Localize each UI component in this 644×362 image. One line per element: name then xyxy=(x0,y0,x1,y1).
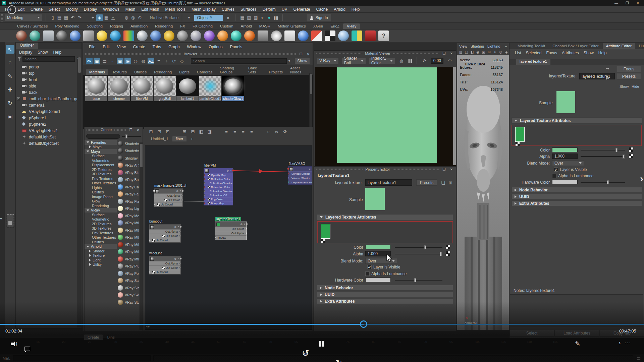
outliner-item[interactable]: + front xyxy=(16,76,82,83)
collapsed-section-bar[interactable]: Extra Attributes xyxy=(512,200,642,206)
node-port-row[interactable]: Out Alpha xyxy=(215,231,247,235)
dock-tab[interactable]: Human IK xyxy=(636,43,644,49)
menu-item[interactable]: Modify xyxy=(63,6,80,13)
menu-item[interactable]: Edit Mesh xyxy=(138,6,162,13)
layer-delete-icon[interactable] xyxy=(321,239,325,243)
create-node-item[interactable]: Shaderfx xyxy=(117,140,139,147)
node-port-row[interactable]: Reflection Color xyxy=(204,177,233,181)
node-port-row[interactable]: Displacement Sha xyxy=(288,180,312,184)
shelf-tool-icon[interactable] xyxy=(16,31,27,41)
port-dot[interactable] xyxy=(179,226,182,228)
field-dropdown-icon[interactable]: ▼ xyxy=(185,14,192,21)
browser-tab[interactable]: Bake Sets xyxy=(245,65,265,75)
material-swatch[interactable]: particleCloud1 xyxy=(199,76,221,101)
browser-toolbar-icon[interactable]: ▤ xyxy=(101,58,108,64)
menu-item[interactable]: Help xyxy=(348,6,363,13)
comments-icon[interactable] xyxy=(24,347,30,351)
port-dot[interactable] xyxy=(181,194,182,197)
node-editor-toolbar-icon[interactable]: ≡ xyxy=(240,128,247,135)
close-panel-icon[interactable]: ✕ xyxy=(449,168,454,171)
collapsed-section-bar[interactable]: UUID xyxy=(317,292,453,297)
port-dot[interactable] xyxy=(204,178,205,180)
menu-item[interactable]: Display xyxy=(81,6,100,13)
port-dot[interactable] xyxy=(288,177,289,179)
create-node-item[interactable]: VRay Bler xyxy=(117,169,139,176)
node-editor-tab[interactable]: fiber xyxy=(172,136,186,141)
create-bottom-tab[interactable]: Create xyxy=(84,335,103,340)
hide-label[interactable]: Hide xyxy=(632,84,639,88)
presets-button[interactable]: Presets xyxy=(416,179,437,186)
show-button[interactable]: Show xyxy=(294,58,310,64)
shelf-tool-icon[interactable] xyxy=(338,31,349,41)
geometry-dropdown[interactable]: Shader Ball xyxy=(342,57,366,64)
float-panel-icon[interactable]: ❐ xyxy=(299,52,303,56)
shelf-tab[interactable]: FX xyxy=(176,23,189,29)
browser-tab[interactable]: Shading Groups xyxy=(217,65,244,75)
menu-item[interactable]: UV xyxy=(279,6,290,13)
close-panel-icon[interactable]: ✕ xyxy=(136,128,141,132)
create-category[interactable]: Image Plane xyxy=(85,194,117,199)
menu-item[interactable]: Windows xyxy=(100,6,122,13)
alpha-luminance-checkbox[interactable] xyxy=(365,272,370,276)
create-node-item[interactable]: VRay Sca xyxy=(117,277,139,285)
tool-icon[interactable]: ✚ xyxy=(6,85,14,94)
volume-icon[interactable]: ) xyxy=(11,341,18,347)
hypershade-menu-item[interactable]: Panels xyxy=(227,45,246,49)
shelf-tab[interactable]: EricZ xyxy=(327,23,343,29)
create-node-item[interactable]: VRay Mtl xyxy=(117,241,139,248)
create-category[interactable]: Env Textures xyxy=(85,176,117,181)
node-editor-toolbar-icon[interactable]: ⊞ xyxy=(181,128,188,135)
statusline-icon[interactable]: ⊙ xyxy=(137,14,143,21)
collapsed-section-bar[interactable]: Node Behavior xyxy=(512,187,642,193)
statusline-icon[interactable]: ▦ xyxy=(63,14,69,21)
color-swatch[interactable] xyxy=(552,147,578,152)
hypershade-menu-item[interactable]: Window xyxy=(184,45,205,49)
node-editor-toolbar-icon[interactable] xyxy=(173,128,179,135)
material-swatch[interactable]: lambert1 xyxy=(176,76,199,101)
statusline-icon[interactable] xyxy=(83,14,90,21)
create-node-item[interactable]: VRay Mes xyxy=(117,212,139,220)
canvas-scroll-arrows[interactable]: ◂ ▸ xyxy=(146,325,150,328)
port-dot[interactable] xyxy=(181,199,182,201)
shelf-tab[interactable]: Curves / Surfaces xyxy=(13,23,51,29)
shelf-tool-icon[interactable] xyxy=(177,31,188,41)
menu-item[interactable]: Mesh Display xyxy=(189,6,219,13)
outliner-item[interactable]: + persp xyxy=(16,64,82,70)
node-port-row[interactable]: Fog Color xyxy=(204,197,233,201)
node-port-row[interactable]: Uv Coord xyxy=(149,238,180,242)
list-view-icon[interactable]: ⊞ xyxy=(447,179,454,186)
outliner-menu-item[interactable]: Help xyxy=(53,50,61,55)
node-name-field[interactable]: layeredTexture1 xyxy=(365,179,412,186)
node-port-row[interactable]: Out Alpha xyxy=(149,261,180,265)
node-port-row[interactable]: Reflection Glossiness xyxy=(204,181,233,185)
viewport-toolbar-icon[interactable]: ✚ xyxy=(493,50,497,54)
create-node-item[interactable]: VRay Mtl xyxy=(117,227,139,234)
create-search-field[interactable] xyxy=(86,134,120,139)
create-scrollbar[interactable] xyxy=(140,144,143,167)
render-icon[interactable]: ● xyxy=(266,14,272,21)
panel-drag-handle[interactable] xyxy=(393,169,439,170)
refresh-icon[interactable]: ⟳ xyxy=(421,57,428,64)
attribute-editor-button[interactable]: Select xyxy=(509,330,554,337)
expand-icon[interactable]: + xyxy=(17,97,20,100)
create-node-item[interactable]: VRay Sim xyxy=(117,284,139,292)
statusline-icon[interactable]: △ xyxy=(110,14,116,21)
browser-tab[interactable]: Rendering xyxy=(151,69,175,75)
shelf-tool-icon[interactable] xyxy=(217,31,228,41)
port-dot[interactable] xyxy=(204,194,205,196)
field-next-icon[interactable]: ▶ xyxy=(225,14,232,21)
create-node-item[interactable]: VRay Ski xyxy=(117,292,139,299)
color-swatch[interactable] xyxy=(365,245,391,249)
close-panel-icon[interactable]: ✕ xyxy=(449,52,454,55)
outliner-scrollbar[interactable] xyxy=(78,57,81,73)
dock-tab[interactable]: Channel Box / Layer Editor xyxy=(549,43,602,49)
port-dot[interactable] xyxy=(179,257,182,260)
outliner-item[interactable]: + defaultLightSet xyxy=(16,134,82,140)
attribute-editor-menu-item[interactable]: List xyxy=(515,51,521,55)
node-editor-toolbar-icon[interactable]: ⊡ xyxy=(148,128,154,135)
port-dot[interactable] xyxy=(149,239,150,241)
attribute-editor-menu-item[interactable]: Selected xyxy=(526,51,542,55)
presets-button[interactable]: Presets xyxy=(617,73,641,79)
renderer-dropdown[interactable]: V-Ray xyxy=(317,57,339,64)
browser-tab[interactable]: Cameras xyxy=(194,69,216,75)
